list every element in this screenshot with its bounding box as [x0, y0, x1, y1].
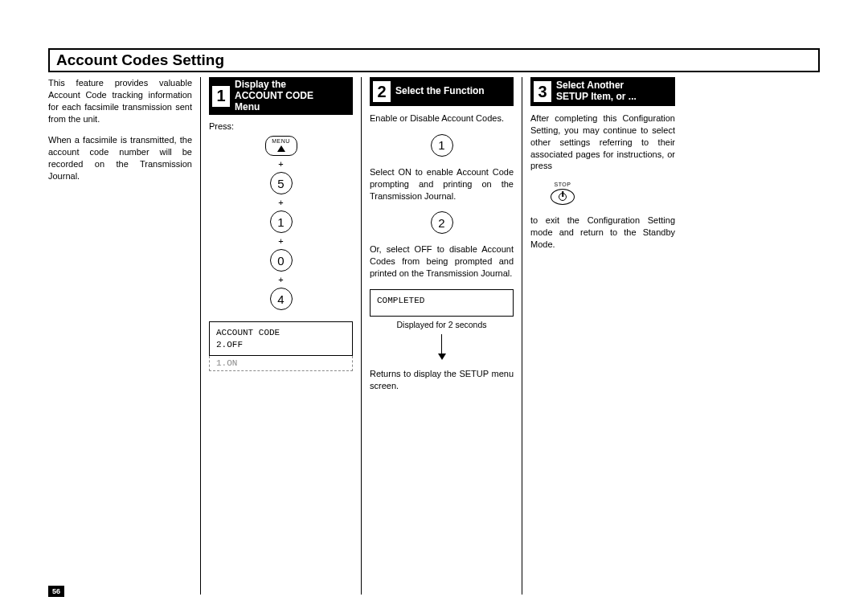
stop-key-label: STOP — [555, 182, 571, 187]
step-2-p3: Or, select OFF to disable Account Codes … — [370, 243, 514, 280]
step-1-title-l1: Display the — [235, 79, 286, 90]
step-3-title: Select Another SETUP Item, or ... — [556, 80, 637, 103]
step-2-header: 2 Select the Function — [370, 77, 514, 106]
plus-1: + — [278, 159, 283, 169]
arrow-down-icon — [370, 334, 514, 360]
step-3-title-l1: Select Another — [556, 80, 624, 91]
step-1-column: 1 Display the ACCOUNT CODE Menu Press: M… — [201, 77, 362, 595]
menu-key: MENU — [265, 136, 297, 156]
page-number: 56 — [48, 586, 64, 597]
step-3-p1: After completing this Configuration Sett… — [530, 112, 675, 172]
step-2-number: 2 — [373, 81, 391, 102]
step-3-number: 3 — [534, 81, 551, 102]
step-2-p1: Enable or Disable Account Codes. — [370, 112, 514, 125]
step-1-number: 1 — [212, 86, 230, 107]
step-2-p2: Select ON to enable Account Code prompti… — [370, 166, 514, 202]
key-4: 4 — [270, 288, 293, 310]
stop-key-icon — [551, 189, 575, 205]
key-sequence: MENU + 5 + 1 + 0 + 4 — [209, 136, 353, 310]
menu-key-label: MENU — [272, 138, 290, 144]
key-option-2: 2 — [431, 211, 453, 234]
step-1-title-l2: ACCOUNT CODE — [235, 90, 313, 101]
key-0: 0 — [270, 249, 293, 272]
plus-4: + — [278, 275, 283, 284]
key-5: 5 — [270, 172, 293, 194]
up-triangle-icon — [277, 145, 285, 152]
plus-3: + — [278, 236, 283, 246]
lcd-line-2: 2.OFF — [216, 339, 346, 350]
step-2-column: 2 Select the Function Enable or Disable … — [362, 77, 522, 595]
key-option-1: 1 — [431, 134, 453, 157]
step-1-header: 1 Display the ACCOUNT CODE Menu — [209, 77, 353, 115]
step-1-title: Display the ACCOUNT CODE Menu — [235, 80, 313, 112]
press-label: Press: — [209, 121, 353, 131]
lcd-line-1: ACCOUNT CODE — [216, 327, 346, 338]
intro-para-1: This feature provides valuable Account C… — [48, 77, 192, 125]
step-1-title-l3: Menu — [235, 101, 260, 112]
step-2-title: Select the Function — [395, 86, 485, 97]
step-3-header: 3 Select Another SETUP Item, or ... — [530, 77, 675, 106]
step-1-lcd: ACCOUNT CODE 2.OFF — [209, 321, 353, 356]
step-3-title-l2: SETUP Item, or ... — [556, 91, 637, 102]
lcd-ghost-line: 1.ON — [209, 356, 353, 371]
step-2-p4: Returns to display the SETUP menu screen… — [370, 368, 514, 392]
step-3-p2: to exit the Configuration Setting mode a… — [530, 215, 675, 251]
step-2-sub: Displayed for 2 seconds — [370, 320, 514, 329]
step-3-column: 3 Select Another SETUP Item, or ... Afte… — [522, 77, 683, 595]
page-title: Account Codes Setting — [48, 48, 820, 72]
step-2-lcd: COMPLETED — [370, 289, 514, 317]
key-1: 1 — [270, 210, 293, 233]
intro-column: This feature provides valuable Account C… — [48, 77, 201, 595]
stop-key: STOP — [547, 182, 579, 205]
plus-2: + — [278, 198, 283, 207]
intro-para-2: When a facsimile is transmitted, the acc… — [48, 134, 192, 182]
